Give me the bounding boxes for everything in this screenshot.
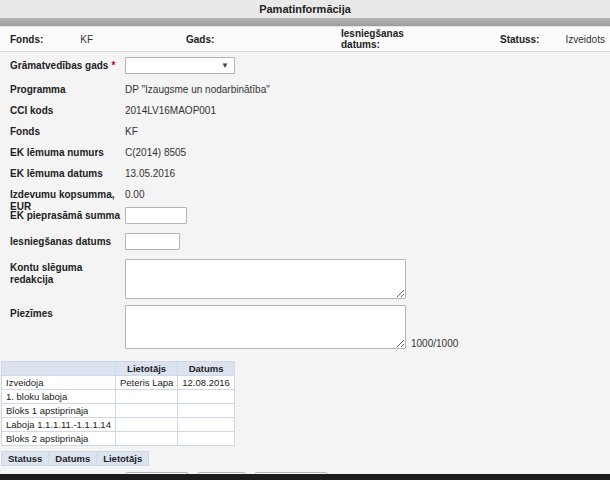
info-fonds-value: KF [80,34,93,45]
form-row-programma: Programma DP "Izaugsme un nodarbinātība" [0,81,610,102]
info-iesniegsanas: Iesniegšanas datums: [341,27,433,51]
status-table: Statuss Datums Lietotājs [1,451,149,466]
field-value: KF [125,123,138,137]
table-row: Bloks 1 apstiprināja [2,404,235,418]
form-row-fonds: Fonds KF [0,123,610,144]
history-cell: Laboja 1.1.1.11.-1.1.1.14 [2,418,116,432]
form-area: Grāmatvedības gads* ▼ Programma DP "Izau… [0,52,610,480]
history-cell [178,432,235,446]
page: Pamatinformācija Fonds: KF Gads: Iesnieg… [0,0,610,480]
history-cell [115,432,177,446]
piezimes-textarea[interactable] [125,305,406,349]
history-cell: 12.08.2016 [178,376,235,390]
status-header-datums: Datums [49,452,97,466]
history-cell: Izveidoja [2,376,116,390]
bottom-bar [0,474,610,480]
form-row-gramatvedibas-gads: Grāmatvedības gads* ▼ [0,57,610,81]
chevron-down-icon: ▼ [221,61,229,71]
form-row-ek-lemuma-datums: EK lēmuma datums 13.05.2016 [0,165,610,186]
history-cell [115,404,177,418]
field-label-text: Grāmatvedības gads [10,60,108,71]
table-row: Bloks 2 apstiprināja [2,432,235,446]
field-label: EK lēmuma datums [0,165,125,180]
divider-strip [0,18,610,26]
history-cell [178,418,235,432]
field-label: Kontu slēguma redakcija [0,259,125,286]
info-gads: Gads: [186,27,234,51]
history-header-lietotajs: Lietotājs [115,362,177,376]
form-row-piezimes: Piezīmes 1000/1000 [0,305,610,353]
history-cell: Peteris Lapa [115,376,177,390]
form-row-iesniegsanas-datums: Iesniegšanas datums [0,233,610,259]
info-fonds-label: Fonds: [10,34,43,45]
history-header-row: Lietotājs Datums [2,362,235,376]
form-row-ek-lemuma-numurs: EK lēmuma numurs C(2014) 8505 [0,144,610,165]
field-value: 0.00 [125,186,144,200]
history-table: Lietotājs Datums Izveidoja Peteris Lapa … [1,361,235,446]
status-header-statuss: Statuss [2,452,49,466]
page-title-bar: Pamatinformācija [0,0,610,18]
table-row: 1. bloku laboja [2,390,235,404]
char-counter: 1000/1000 [411,338,458,349]
field-label: Grāmatvedības gads* [0,57,125,72]
info-statuss: Statuss: Izveidots [500,27,605,51]
required-asterisk: * [111,60,115,71]
history-cell [178,390,235,404]
page-title: Pamatinformācija [259,3,351,15]
summary-info-bar: Fonds: KF Gads: Iesniegšanas datums: Sta… [0,26,610,52]
iesniegsanas-datums-input[interactable] [125,233,180,250]
history-header-empty [2,362,116,376]
field-label: Piezīmes [0,305,125,320]
gramatvedibas-gads-select[interactable]: ▼ [125,57,235,74]
history-cell: Bloks 1 apstiprināja [2,404,116,418]
kontu-sleguma-redakcija-textarea[interactable] [125,259,406,299]
history-header-datums: Datums [178,362,235,376]
table-row: Izveidoja Peteris Lapa 12.08.2016 [2,376,235,390]
field-label: Iesniegšanas datums [0,233,125,248]
info-gads-label: Gads: [186,34,214,45]
field-label: CCI kods [0,102,125,117]
status-badge: Izveidots [565,34,604,45]
info-iesniegsanas-label: Iesniegšanas datums: [341,28,433,50]
form-row-izdevumu-kopsumma: Izdevumu kopsumma, EUR 0.00 [0,186,610,207]
history-cell [115,418,177,432]
history-cell [115,390,177,404]
field-value: DP "Izaugsme un nodarbinātība" [125,81,270,95]
ek-pieprasama-summa-input[interactable] [125,207,187,224]
field-label: EK pieprasāmā summa [0,207,125,222]
table-row: Laboja 1.1.1.11.-1.1.1.14 [2,418,235,432]
info-statuss-label: Statuss: [500,34,539,45]
piezimes-wrap: 1000/1000 [125,305,458,349]
info-fonds: Fonds: KF [10,27,93,51]
history-cell [178,404,235,418]
status-header-row: Statuss Datums Lietotājs [2,452,149,466]
field-value: 2014LV16MAOP001 [125,102,216,116]
field-label: Programma [0,81,125,96]
field-label: EK lēmuma numurs [0,144,125,159]
form-row-ek-pieprasama-summa: EK pieprasāmā summa [0,207,610,233]
form-row-kontu-sleguma-redakcija: Kontu slēguma redakcija [0,259,610,305]
field-value: C(2014) 8505 [125,144,186,158]
form-row-cci-kods: CCI kods 2014LV16MAOP001 [0,102,610,123]
history-cell: 1. bloku laboja [2,390,116,404]
field-label: Fonds [0,123,125,138]
field-value: 13.05.2016 [125,165,175,179]
status-header-lietotajs: Lietotājs [97,452,149,466]
history-cell: Bloks 2 apstiprināja [2,432,116,446]
